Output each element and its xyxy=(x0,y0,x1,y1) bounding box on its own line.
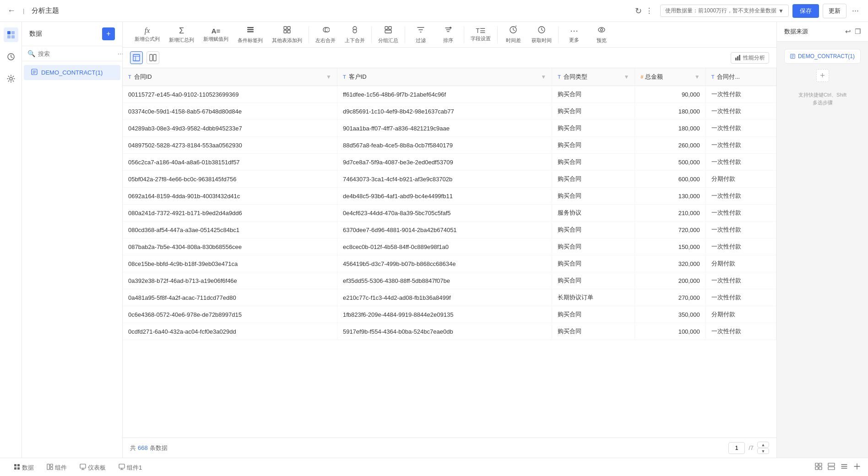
cell-customer: 88d567a8-feab-4ce5-8b8a-0cb7f5840179 xyxy=(337,137,552,154)
cell-customer: 1fb823f6-209e-4484-9919-8844e2e09135 xyxy=(337,306,552,323)
sidebar-icon-components[interactable] xyxy=(4,49,18,64)
tb-merge-label: 上下合并 xyxy=(345,37,365,44)
data-item-label: DEMO_CONTRACT(1) xyxy=(41,69,103,76)
assign-col-label: 新增赋值列 xyxy=(203,36,228,43)
data-usage-button[interactable]: 使用数据量：前1000万行，暂不支持全量数据 ▼ xyxy=(660,5,789,17)
more-button[interactable]: ··· xyxy=(850,4,861,17)
col-menu-icon-type[interactable]: ▼ xyxy=(624,74,629,80)
more-label: 更多 xyxy=(569,37,579,43)
save-button[interactable]: 保存 xyxy=(792,4,819,18)
toolbar-assign-col[interactable]: A= 新增赋值列 xyxy=(199,24,233,45)
total-prefix: 共 xyxy=(130,444,136,452)
right-panel: 数据来源 ↩ ❐ DEMO_CONTRACT(1) + 支持快捷键Ctrl、Sh… xyxy=(776,22,868,458)
cell-payment: 一次性付款 xyxy=(705,86,776,103)
toolbar-preview[interactable]: 预览 xyxy=(588,23,615,47)
bottom-icon-2[interactable] xyxy=(828,463,835,471)
toolbar-sort[interactable]: 排序 xyxy=(434,23,462,47)
bottom-icon-3[interactable] xyxy=(841,463,848,471)
page-next-button[interactable]: ▼ xyxy=(757,448,769,454)
col-menu-icon-id[interactable]: ▼ xyxy=(326,74,331,80)
search-input[interactable] xyxy=(38,50,115,57)
sidebar-icon-data[interactable] xyxy=(4,27,18,42)
toolbar-formula-col[interactable]: fx 新增公式列 xyxy=(130,24,164,45)
datasource-item[interactable]: DEMO_CONTRACT(1) xyxy=(784,49,861,64)
cell-amount: 200,000 xyxy=(635,272,705,289)
right-panel-title: 数据来源 xyxy=(784,27,808,36)
cell-amount: 600,000 xyxy=(635,171,705,188)
expand-icon[interactable]: ❐ xyxy=(855,27,861,36)
add-data-button[interactable]: + xyxy=(102,27,115,40)
toolbar-filter[interactable]: 过滤 xyxy=(407,23,434,47)
tab-component1[interactable]: 组件1 xyxy=(112,460,148,475)
table-row: 0a481a95-5f8f-4a2f-acac-711dcd77ed80 e21… xyxy=(123,289,776,306)
col-header-amount[interactable]: # 总金额 ▼ xyxy=(635,68,705,86)
page-prev-button[interactable]: ▲ xyxy=(757,442,769,448)
right-panel-icons: ↩ ❐ xyxy=(845,27,861,36)
toolbar-tb-merge[interactable]: 上下合并 xyxy=(340,23,369,47)
performance-button[interactable]: 性能分析 xyxy=(731,52,769,64)
table-view-button[interactable] xyxy=(130,51,143,64)
col-header-id[interactable]: T 合同ID ▼ xyxy=(123,68,337,86)
layout-icon[interactable]: ⋮ xyxy=(646,6,653,15)
tab-data[interactable]: 数据 xyxy=(7,460,40,475)
table-row: 080cd368-af54-447a-a3ae-051425c84bc1 637… xyxy=(123,222,776,238)
cell-amount: 720,000 xyxy=(635,222,705,238)
svg-rect-10 xyxy=(284,27,287,29)
sort-label: 排序 xyxy=(443,37,453,44)
bottom-icon-1[interactable] xyxy=(815,463,822,471)
table-row: 056c2ca7-a186-40a4-a8a6-01b38151df57 9d7… xyxy=(123,154,776,171)
get-time-icon xyxy=(537,26,546,36)
cell-payment: 一次性付款 xyxy=(705,323,776,340)
svg-rect-46 xyxy=(819,467,822,470)
update-button[interactable]: 更新 xyxy=(823,4,846,18)
more-icon: ⋯ xyxy=(570,26,578,36)
tab-component1-label: 组件1 xyxy=(127,464,142,472)
svg-point-17 xyxy=(353,29,357,33)
lr-merge-label: 左右合并 xyxy=(315,37,336,44)
svg-point-15 xyxy=(325,27,330,32)
page-input[interactable] xyxy=(728,442,745,454)
toolbar-other-table-col[interactable]: 其他表添加列 xyxy=(267,23,307,47)
col-header-customer[interactable]: T 客户ID ▼ xyxy=(337,68,552,86)
toolbar-group-summary[interactable]: 分组汇总 xyxy=(374,23,403,47)
toolbar-more[interactable]: ⋯ 更多 xyxy=(560,23,588,46)
back-icon[interactable]: ← xyxy=(7,6,16,16)
data-usage-label: 使用数据量：前1000万行，暂不支持全量数据 xyxy=(665,7,776,15)
toolbar-sum-col[interactable]: Σ 新增汇总列 xyxy=(164,23,199,46)
svg-rect-47 xyxy=(828,463,835,466)
refresh-icon[interactable]: ↻ xyxy=(635,6,642,16)
cell-amount: 90,000 xyxy=(635,86,705,103)
svg-rect-3 xyxy=(11,35,15,38)
toolbar-get-time[interactable]: 获取时间 xyxy=(527,23,556,47)
col-header-type[interactable]: T 合同类型 ▼ xyxy=(552,68,635,86)
col-header-payment[interactable]: T 合同付... xyxy=(705,68,776,86)
col-menu-icon-customer[interactable]: ▼ xyxy=(541,74,546,80)
svg-rect-34 xyxy=(14,464,16,466)
toolbar-time-diff[interactable]: 时间差 xyxy=(499,23,527,47)
cell-type: 购买合同 xyxy=(552,323,635,340)
data-item[interactable]: DEMO_CONTRACT(1) xyxy=(24,65,120,80)
toolbar-lr-merge[interactable]: 左右合并 xyxy=(311,23,340,47)
cell-customer: 5917ef9b-f554-4364-b0ba-524bc7eae0db xyxy=(337,323,552,340)
divider3 xyxy=(405,27,405,43)
count-info: 共 668 条数据 xyxy=(130,444,168,452)
undo-icon[interactable]: ↩ xyxy=(845,27,851,36)
split-view-button[interactable] xyxy=(146,51,159,64)
tip-text: 支持快捷键Ctrl、Shift 多选步骤 xyxy=(798,91,846,106)
toolbar-condition-col[interactable]: 条件标签列 xyxy=(233,23,267,47)
bottom-icon-4[interactable] xyxy=(853,463,861,471)
data-panel-title: 数据 xyxy=(29,30,42,38)
sidebar-icon-settings[interactable] xyxy=(4,71,18,86)
cell-payment: 一次性付款 xyxy=(705,238,776,255)
group-summary-icon xyxy=(384,26,392,36)
cell-amount: 150,000 xyxy=(635,238,705,255)
tab-dashboard[interactable]: 仪表板 xyxy=(73,460,112,475)
total-count[interactable]: 668 xyxy=(138,444,148,451)
add-datasource-button[interactable]: + xyxy=(816,69,829,82)
cell-id: 087bab2a-7b5e-4304-808a-830b68556cee xyxy=(123,238,337,255)
col-menu-icon-amount[interactable]: ▼ xyxy=(694,74,700,80)
data-table-container: T 合同ID ▼ T 客户ID ▼ xyxy=(123,68,776,438)
toolbar-field-settings[interactable]: T☰ 字段设置 xyxy=(466,24,495,45)
svg-rect-25 xyxy=(133,54,140,61)
tab-components[interactable]: 组件 xyxy=(40,460,73,475)
